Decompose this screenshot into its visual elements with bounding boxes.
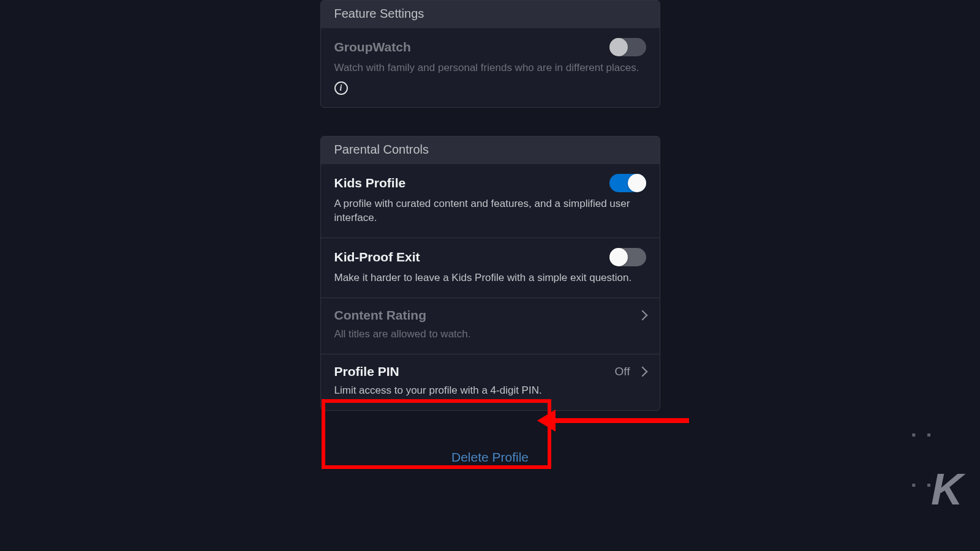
- chevron-right-icon: [637, 366, 647, 377]
- kids-profile-title: Kids Profile: [334, 176, 406, 190]
- kids-profile-desc: A profile with curated content and featu…: [334, 197, 646, 225]
- info-icon[interactable]: i: [334, 81, 348, 95]
- profile-pin-title: Profile PIN: [334, 364, 399, 379]
- kid-proof-exit-row: Kid-Proof Exit Make it harder to leave a…: [321, 238, 660, 298]
- profile-pin-status: Off: [615, 365, 630, 378]
- content-rating-desc: All titles are allowed to watch.: [334, 328, 646, 342]
- groupwatch-title: GroupWatch: [334, 40, 411, 54]
- groupwatch-row: GroupWatch Watch with family and persona…: [321, 28, 660, 107]
- kid-proof-exit-toggle[interactable]: [609, 248, 646, 266]
- kid-proof-exit-title: Kid-Proof Exit: [334, 250, 420, 264]
- kids-profile-toggle[interactable]: [609, 174, 646, 192]
- content-rating-title: Content Rating: [334, 308, 426, 323]
- profile-pin-desc: Limit access to your profile with a 4-di…: [334, 384, 646, 398]
- groupwatch-toggle[interactable]: [609, 38, 646, 56]
- kids-profile-row: Kids Profile A profile with curated cont…: [321, 164, 660, 238]
- profile-pin-row[interactable]: Profile PIN Off Limit access to your pro…: [321, 354, 660, 410]
- feature-settings-header: Feature Settings: [321, 1, 660, 28]
- chevron-right-icon: [637, 310, 647, 320]
- parental-controls-card: Parental Controls Kids Profile A profile…: [320, 136, 660, 411]
- delete-profile-link[interactable]: Delete Profile: [320, 450, 660, 465]
- feature-settings-card: Feature Settings GroupWatch Watch with f…: [320, 0, 660, 108]
- content-rating-row[interactable]: Content Rating All titles are allowed to…: [321, 298, 660, 354]
- parental-controls-header: Parental Controls: [321, 137, 660, 164]
- watermark: ▪ ▪▪ ▪K: [911, 414, 962, 514]
- kid-proof-exit-desc: Make it harder to leave a Kids Profile w…: [334, 271, 646, 285]
- groupwatch-desc: Watch with family and personal friends w…: [334, 61, 646, 75]
